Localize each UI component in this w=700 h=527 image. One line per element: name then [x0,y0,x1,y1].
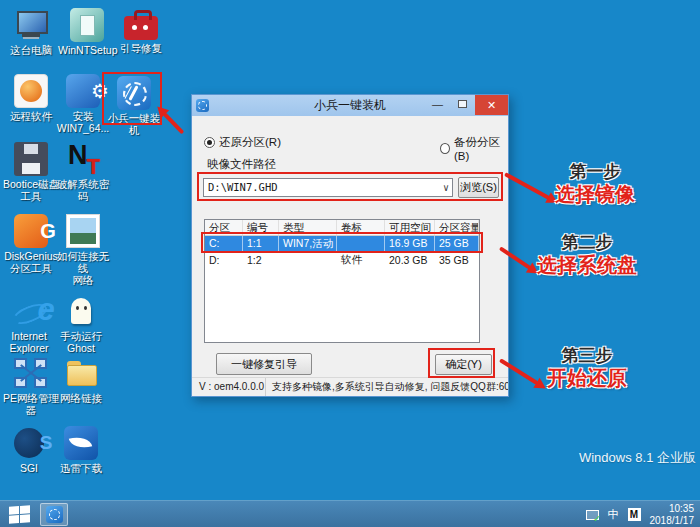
radio-unselected-icon [440,143,450,154]
action-label: 开始还原 [532,366,642,390]
cell: 20.3 GB [385,254,435,266]
cell: WIN7,活动 [279,236,337,252]
toolbox-icon [124,16,158,40]
action-label: 选择镜像 [540,182,650,206]
status-message: 支持多种镜像,多系统引导自动修复, 问题反馈QQ群:606616468 [266,378,508,396]
sgi-icon [12,426,46,460]
desktop-icon-this-pc[interactable]: 这台电脑 [2,8,60,56]
desktop-icon-crack-password[interactable]: 破解系统密码 [54,142,112,202]
annotation-step3: 第三步 开始还原 [532,345,642,390]
ghost-icon [64,294,98,328]
annotation-step2: 第二步 选择系统盘 [524,232,650,277]
taskbar: 中 M 10:35 2018/1/17 [0,500,700,527]
col-header: 编号 [243,220,279,235]
diskgenius-icon [14,214,48,248]
clock-date: 2018/1/17 [650,515,695,527]
status-bar: V : oem4.0.0.0 支持多种镜像,多系统引导自动修复, 问题反馈QQ群… [192,377,508,396]
ok-button[interactable]: 确定(Y) [435,354,492,375]
ime-indicator[interactable]: 中 [608,507,619,522]
radio-backup-partition[interactable]: 备份分区(B) [440,135,508,162]
icon-label: DiskGenius 分区工具 [2,250,60,274]
cell: C: [205,236,243,252]
folder-icon [64,356,98,390]
icon-label: 这台电脑 [2,44,60,56]
network-diagram-icon [14,356,48,390]
photo-icon [66,214,100,248]
desktop-icon-network-link[interactable]: 网络链接 [52,356,110,404]
arrow-desktop-icon [163,112,185,134]
maximize-icon [458,100,467,108]
desktop-icon-ghost[interactable]: 手动运行 Ghost [52,294,110,354]
col-header: 卷标 [337,220,385,235]
icon-label: 小兵一键装机 [105,112,163,136]
browse-button[interactable]: 浏览(S) [458,177,499,198]
dialog-titlebar[interactable]: 小兵一键装机 — ✕ [192,95,508,116]
action-label: 选择系统盘 [524,253,650,277]
step-label: 第一步 [540,161,650,182]
desktop-icon-wireless-help[interactable]: 如何连接无线 网络 [54,214,112,286]
desktop-icon-winntsetup[interactable]: WinNTSetup [58,8,116,56]
close-button[interactable]: ✕ [475,95,508,115]
cell: 16.9 GB [385,236,435,252]
step-label: 第三步 [532,345,642,366]
cell: D: [205,254,243,266]
thunder-bird-icon [64,426,98,460]
cell: 35 GB [435,254,479,266]
remote-software-icon [14,74,48,108]
icon-label: 远程软件 [2,110,60,122]
desktop-icon-xiaobing[interactable]: 小兵一键装机 [105,76,163,136]
desktop-icon-thunder[interactable]: 迅雷下载 [52,426,110,474]
image-path-label: 映像文件路径 [207,157,276,172]
table-header-row: 分区 编号 类型 卷标 可用空间 分区容量 [205,220,479,236]
desktop-icon-diskgenius[interactable]: DiskGenius 分区工具 [2,214,60,274]
icon-label: Internet Explorer [0,330,58,354]
minimize-button[interactable]: — [425,95,450,115]
xiaobing-installer-window: 小兵一键装机 — ✕ 还原分区(R) 备份分区(B) 映像文件路径 D:\WIN… [191,94,509,397]
radio-restore-partition[interactable]: 还原分区(R) [204,135,281,150]
image-path-combobox[interactable]: D:\WIN7.GHD [203,178,453,197]
windows-edition-watermark: Windows 8.1 企业版 [579,449,696,467]
desktop-icon-install-win7[interactable]: 安装 WIN7_64... [54,74,112,134]
xiaobing-app-icon [46,506,63,523]
icon-label: 如何连接无线 网络 [54,250,112,286]
cell: 1:1 [243,236,279,252]
gear-icon [66,74,100,108]
desktop-icon-bootice[interactable]: Bootice磁盘 工具 [2,142,60,202]
table-row-c-selected[interactable]: C: 1:1 WIN7,活动 16.9 GB 25 GB [205,236,479,252]
icon-label: 网络链接 [52,392,110,404]
col-header: 可用空间 [385,220,435,235]
table-row-d[interactable]: D: 1:2 软件 20.3 GB 35 GB [205,252,479,268]
desktop-icon-sgi[interactable]: SGI [0,426,58,474]
icon-label: 安装 WIN7_64... [54,110,112,134]
start-button[interactable] [9,505,31,525]
installer-box-icon [70,8,104,42]
ime-mode-icon[interactable]: M [628,508,641,521]
taskbar-app-xiaobing[interactable] [40,503,68,526]
floppy-disk-icon [14,142,48,176]
desktop-icon-boot-repair[interactable]: 引导修复 [112,8,170,54]
annotation-step1: 第一步 选择镜像 [540,161,650,206]
icon-label: WinNTSetup [58,44,116,56]
xiaobing-app-icon [117,76,151,110]
cell: 25 GB [435,236,479,252]
desktop-icon-remote-software[interactable]: 远程软件 [2,74,60,122]
computer-icon [14,8,48,42]
ie-browser-icon [12,294,46,328]
cell: 软件 [337,253,385,267]
col-header: 分区 [205,220,243,235]
desktop-icon-ie[interactable]: Internet Explorer [0,294,58,354]
radio-label: 备份分区(B) [454,135,508,162]
network-tray-icon[interactable] [586,510,599,520]
icon-label: 引导修复 [112,42,170,54]
partition-table: 分区 编号 类型 卷标 可用空间 分区容量 C: 1:1 WIN7,活动 16.… [204,219,480,343]
clock-time: 10:35 [650,503,695,515]
taskbar-clock[interactable]: 10:35 2018/1/17 [650,503,697,527]
cell [337,236,385,252]
maximize-button[interactable] [450,95,475,115]
icon-label: 手动运行 Ghost [52,330,110,354]
step-label: 第二步 [524,232,650,253]
window-app-icon [196,99,209,112]
icon-label: Bootice磁盘 工具 [2,178,60,202]
col-header: 类型 [279,220,337,235]
repair-boot-button[interactable]: 一键修复引导 [216,353,312,375]
